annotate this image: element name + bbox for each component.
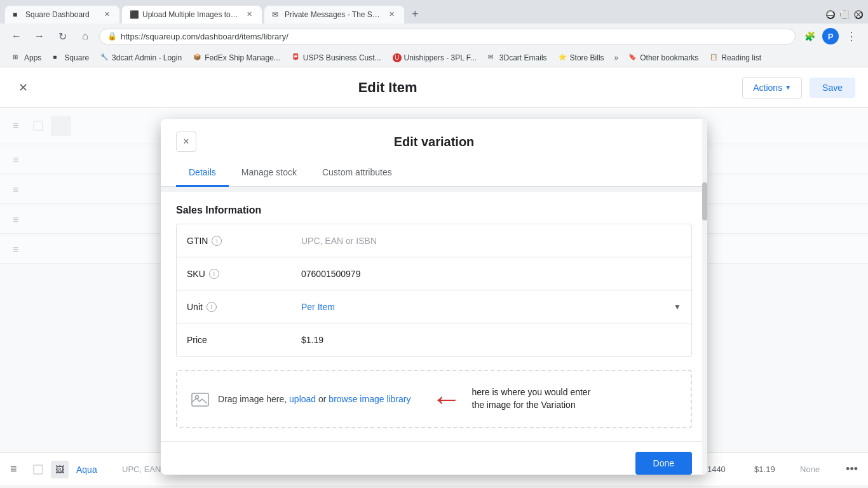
address-bar[interactable]: 🔒 https://squareup.com/dashboard/items/l… — [99, 29, 796, 44]
save-button[interactable]: Save — [810, 78, 855, 98]
form-row-unit: Unit i Per Item ▼ — [177, 290, 691, 323]
unit-info-icon[interactable]: i — [207, 302, 217, 312]
forward-button[interactable]: → — [31, 27, 48, 45]
drag-text: Drag image here, — [218, 394, 289, 404]
image-upload-icon — [190, 389, 210, 409]
modal-body: Sales Information GTIN i UPC, EAN or ISB… — [161, 192, 707, 441]
bookmark-3dcart-icon: 🔧 — [100, 53, 109, 62]
bookmark-store-bills-label: Store Bills — [570, 53, 604, 62]
edit-variation-modal: × Edit variation Details Manage stock Cu… — [161, 119, 707, 475]
modal-scrollbar-thumb — [702, 182, 707, 220]
tab-square-label: Square Dashboard — [25, 10, 98, 19]
modal-tabs: Details Manage stock Custom attributes — [161, 159, 707, 187]
tab-messages-favicon: ✉ — [272, 10, 281, 19]
image-upload-area[interactable]: Drag image here, upload or browse image … — [176, 370, 692, 428]
tab-upload-label: Upload Multiple Images to Items — [142, 10, 240, 19]
address-text: https://squareup.com/dashboard/items/lib… — [121, 32, 787, 41]
image-upload-text: Drag image here, upload or browse image … — [218, 394, 411, 404]
arrow-annotation: ← here is where you would enter the imag… — [431, 384, 599, 414]
bookmark-unishippers-label: Unishippers - 3PL F... — [404, 53, 477, 62]
form-price-text: Price — [187, 335, 207, 345]
tab-messages[interactable]: ✉ Private Messages - The Seller Co... ✕ — [264, 6, 404, 24]
form-value-unit[interactable]: Per Item ▼ — [291, 294, 691, 320]
upload-link[interactable]: upload — [289, 394, 316, 404]
form-unit-text: Unit — [187, 302, 203, 312]
profile-button[interactable]: P — [822, 28, 839, 44]
tab-messages-close[interactable]: ✕ — [386, 10, 397, 20]
browse-link[interactable]: browse image library — [329, 394, 410, 404]
form-label-unit: Unit i — [177, 294, 291, 320]
browser-chrome: ■ Square Dashboard ✕ ⬛ Upload Multiple I… — [0, 0, 868, 67]
modal-close-button[interactable]: × — [176, 132, 196, 152]
modal-scrollbar[interactable] — [702, 119, 707, 475]
sku-info-icon[interactable]: i — [209, 269, 219, 279]
done-button[interactable]: Done — [635, 452, 692, 475]
bookmark-reading-list-icon: 📋 — [710, 53, 719, 62]
bookmark-other-icon: 🔖 — [628, 53, 637, 62]
new-tab-button[interactable]: + — [407, 5, 424, 24]
tab-messages-label: Private Messages - The Seller Co... — [285, 10, 383, 19]
actions-button[interactable]: Actions ▼ — [742, 77, 802, 98]
bookmark-other-label: Other bookmarks — [640, 53, 698, 62]
bookmark-store-bills[interactable]: ⭐ Store Bills — [553, 51, 609, 64]
modal-header: × Edit variation — [161, 119, 707, 152]
bookmark-apps-icon: ⊞ — [13, 53, 22, 62]
modal-title: Edit variation — [196, 135, 672, 149]
form-label-price: Price — [177, 327, 291, 353]
browser-title-bar: ■ Square Dashboard ✕ ⬛ Upload Multiple I… — [0, 0, 868, 24]
bookmark-apps-label: Apps — [24, 53, 41, 62]
tab-square[interactable]: ■ Square Dashboard ✕ — [5, 6, 119, 24]
top-bar: ✕ Edit Item Actions ▼ Save — [0, 67, 868, 108]
modal-close-icon: × — [183, 136, 189, 147]
bookmark-other[interactable]: 🔖 Other bookmarks — [623, 51, 703, 64]
close-window-button[interactable]: ✕ — [854, 10, 863, 19]
bookmark-square-label: Square — [64, 53, 89, 62]
form-value-gtin[interactable]: UPC, EAN or ISBN — [291, 228, 691, 254]
gtin-info-icon[interactable]: i — [212, 236, 222, 246]
tab-upload-close[interactable]: ✕ — [244, 10, 254, 20]
or-text: or — [316, 394, 329, 404]
home-button[interactable]: ⌂ — [76, 27, 94, 45]
bookmark-store-bills-icon: ⭐ — [559, 53, 567, 62]
bookmark-usps-icon: 📮 — [292, 53, 301, 62]
lock-icon: 🔒 — [107, 32, 117, 41]
bookmark-reading-list[interactable]: 📋 Reading list — [705, 51, 766, 64]
bookmark-usps[interactable]: 📮 USPS Business Cust... — [287, 51, 386, 64]
back-button[interactable]: ← — [8, 27, 25, 45]
form-value-sku[interactable]: 076001500979 — [291, 261, 691, 287]
bookmark-3dcart-emails[interactable]: ✉ 3Dcart Emails — [483, 51, 552, 64]
bookmark-unishippers[interactable]: U Unishippers - 3PL F... — [388, 51, 482, 64]
tab-upload[interactable]: ⬛ Upload Multiple Images to Items ✕ — [122, 6, 262, 24]
reload-button[interactable]: ↻ — [53, 27, 71, 45]
actions-chevron-icon: ▼ — [785, 84, 791, 91]
tab-custom-attributes[interactable]: Custom attributes — [309, 159, 405, 187]
close-edit-button[interactable]: ✕ — [13, 78, 33, 98]
minimize-button[interactable]: — — [826, 10, 835, 19]
maximize-button[interactable]: ⬜ — [840, 10, 849, 19]
bookmarks-more[interactable]: » — [611, 51, 623, 64]
bookmark-fedex-icon: 📦 — [193, 53, 202, 62]
modal-footer: Done — [161, 441, 707, 475]
bookmark-3dcart-label: 3dcart Admin - Login — [112, 53, 182, 62]
bookmark-3dcart-emails-icon: ✉ — [488, 53, 497, 62]
form-row-price: Price $1.19 — [177, 323, 691, 356]
actions-label: Actions — [753, 83, 782, 93]
extensions-button[interactable]: 🧩 — [801, 27, 818, 45]
form-value-price[interactable]: $1.19 — [291, 327, 691, 353]
menu-button[interactable]: ⋮ — [843, 27, 860, 45]
bookmark-fedex[interactable]: 📦 FedEx Ship Manage... — [188, 51, 285, 64]
bookmark-reading-list-label: Reading list — [721, 53, 761, 62]
tab-details[interactable]: Details — [176, 159, 229, 187]
form-sku-text: SKU — [187, 269, 205, 279]
form-row-sku: SKU i 076001500979 — [177, 257, 691, 290]
tab-manage-stock[interactable]: Manage stock — [229, 159, 309, 187]
form-label-sku: SKU i — [177, 261, 291, 287]
bookmark-apps[interactable]: ⊞ Apps — [8, 51, 46, 64]
bookmark-3dcart[interactable]: 🔧 3dcart Admin - Login — [95, 51, 187, 64]
form-row-gtin: GTIN i UPC, EAN or ISBN — [177, 224, 691, 257]
tab-square-close[interactable]: ✕ — [102, 10, 112, 20]
bookmark-square[interactable]: ■ Square — [48, 51, 94, 64]
red-arrow-icon: ← — [431, 384, 462, 414]
browser-toolbar: ← → ↻ ⌂ 🔒 https://squareup.com/dashboard… — [0, 24, 868, 49]
bookmark-unishippers-icon: U — [393, 53, 402, 62]
